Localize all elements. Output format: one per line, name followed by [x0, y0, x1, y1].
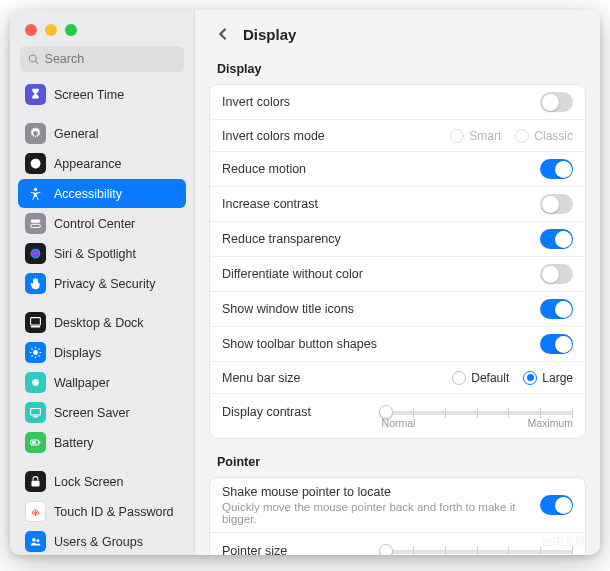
- label: Menu bar size: [222, 371, 452, 385]
- fullscreen-window-button[interactable]: [65, 24, 77, 36]
- search-input[interactable]: [45, 52, 176, 66]
- sidebar-item-label: Battery: [54, 436, 94, 450]
- menu-bar-size-radio: Default Large: [452, 371, 573, 385]
- lock-icon: [25, 471, 46, 492]
- reduce-transparency-switch[interactable]: [540, 229, 573, 249]
- sidebar-item-control-center[interactable]: Control Center: [18, 209, 186, 238]
- svg-rect-13: [32, 441, 36, 443]
- svg-rect-10: [33, 416, 38, 418]
- sidebar-item-label: Screen Time: [54, 88, 124, 102]
- display-panel: Invert colors Invert colors mode Smart C…: [209, 84, 586, 439]
- sublabel: Quickly move the mouse pointer back and …: [222, 501, 540, 525]
- sidebar-item-label: Desktop & Dock: [54, 316, 144, 330]
- show-title-icons-switch[interactable]: [540, 299, 573, 319]
- show-toolbar-shapes-switch[interactable]: [540, 334, 573, 354]
- battery-icon: [25, 432, 46, 453]
- svg-point-15: [32, 538, 36, 542]
- svg-rect-5: [31, 318, 41, 325]
- diff-without-color-switch[interactable]: [540, 264, 573, 284]
- main-content[interactable]: Display Display Invert colors Invert col…: [195, 10, 600, 555]
- sidebar-item-label: Privacy & Security: [54, 277, 155, 291]
- sidebar-item-battery[interactable]: Battery: [18, 428, 186, 457]
- row-show-toolbar-shapes: Show toolbar button shapes: [210, 327, 585, 362]
- label: Differentiate without color: [222, 267, 540, 281]
- sidebar-item-general[interactable]: General: [18, 119, 186, 148]
- pointer-panel: Shake mouse pointer to locate Quickly mo…: [209, 477, 586, 555]
- row-show-title-icons: Show window title icons: [210, 292, 585, 327]
- label: Reduce motion: [222, 162, 540, 176]
- chevron-left-icon: [218, 27, 228, 41]
- invert-colors-switch[interactable]: [540, 92, 573, 112]
- sidebar-item-label: Siri & Spotlight: [54, 247, 136, 261]
- appearance-icon: [25, 153, 46, 174]
- pointer-size-slider[interactable]: [382, 550, 573, 554]
- shake-to-locate-switch[interactable]: [540, 495, 573, 515]
- sidebar-item-label: Control Center: [54, 217, 135, 231]
- radio-smart: Smart: [450, 129, 501, 143]
- sidebar-item-label: Users & Groups: [54, 535, 143, 549]
- screensaver-icon: [25, 402, 46, 423]
- sidebar-item-displays[interactable]: Displays: [18, 338, 186, 367]
- row-reduce-transparency: Reduce transparency: [210, 222, 585, 257]
- control-center-icon: [25, 213, 46, 234]
- label: Increase contrast: [222, 197, 540, 211]
- sidebar-item-label: Touch ID & Password: [54, 505, 174, 519]
- row-display-contrast: Display contrast Normal Maximum: [210, 394, 585, 438]
- row-pointer-size: Pointer size Normal Large: [210, 533, 585, 555]
- siri-icon: [25, 243, 46, 264]
- svg-point-16: [36, 539, 39, 542]
- sidebar-item-wallpaper[interactable]: Wallpaper: [18, 368, 186, 397]
- sidebar: Screen TimeGeneralAppearanceAccessibilit…: [10, 10, 195, 555]
- svg-rect-14: [31, 481, 39, 487]
- label: Shake mouse pointer to locate: [222, 485, 540, 499]
- search-field[interactable]: [20, 46, 184, 72]
- radio-classic: Classic: [515, 129, 573, 143]
- label: Pointer size: [222, 542, 382, 555]
- svg-rect-3: [31, 224, 41, 227]
- back-button[interactable]: [213, 24, 233, 44]
- svg-rect-9: [31, 408, 41, 415]
- hand-icon: [25, 273, 46, 294]
- sidebar-item-label: Appearance: [54, 157, 121, 171]
- sidebar-item-users-groups[interactable]: Users & Groups: [18, 527, 186, 555]
- sidebar-item-screen-time[interactable]: Screen Time: [18, 80, 186, 109]
- page-title: Display: [243, 26, 296, 43]
- display-contrast-slider[interactable]: [382, 411, 573, 415]
- sidebar-item-desktop-dock[interactable]: Desktop & Dock: [18, 308, 186, 337]
- sidebar-item-label: Displays: [54, 346, 101, 360]
- label: Show toolbar button shapes: [222, 337, 540, 351]
- sidebar-item-accessibility[interactable]: Accessibility: [18, 179, 186, 208]
- sidebar-item-screen-saver[interactable]: Screen Saver: [18, 398, 186, 427]
- row-reduce-motion: Reduce motion: [210, 152, 585, 187]
- sidebar-item-privacy-security[interactable]: Privacy & Security: [18, 269, 186, 298]
- settings-window: Screen TimeGeneralAppearanceAccessibilit…: [10, 10, 600, 555]
- sidebar-item-siri-spotlight[interactable]: Siri & Spotlight: [18, 239, 186, 268]
- sidebar-item-label: Lock Screen: [54, 475, 123, 489]
- wallpaper-icon: [25, 372, 46, 393]
- svg-rect-2: [31, 219, 41, 222]
- reduce-motion-switch[interactable]: [540, 159, 573, 179]
- sidebar-item-appearance[interactable]: Appearance: [18, 149, 186, 178]
- radio-default[interactable]: Default: [452, 371, 509, 385]
- sidebar-item-touch-id-password[interactable]: Touch ID & Password: [18, 497, 186, 526]
- users-icon: [25, 531, 46, 552]
- radio-large[interactable]: Large: [523, 371, 573, 385]
- row-diff-without-color: Differentiate without color: [210, 257, 585, 292]
- close-window-button[interactable]: [25, 24, 37, 36]
- increase-contrast-switch[interactable]: [540, 194, 573, 214]
- gear-icon: [25, 123, 46, 144]
- header: Display: [195, 10, 600, 52]
- minimize-window-button[interactable]: [45, 24, 57, 36]
- sidebar-item-label: Accessibility: [54, 187, 122, 201]
- slider-max-label: Maximum: [527, 417, 573, 429]
- sidebar-item-label: General: [54, 127, 98, 141]
- invert-colors-mode-radio: Smart Classic: [450, 129, 573, 143]
- sidebar-item-lock-screen[interactable]: Lock Screen: [18, 467, 186, 496]
- accessibility-icon: [25, 183, 46, 204]
- section-title-display: Display: [195, 52, 600, 80]
- sidebar-item-label: Wallpaper: [54, 376, 110, 390]
- row-shake-to-locate: Shake mouse pointer to locate Quickly mo…: [210, 478, 585, 533]
- display-icon: [25, 342, 46, 363]
- window-controls: [10, 10, 194, 46]
- sidebar-nav: Screen TimeGeneralAppearanceAccessibilit…: [10, 78, 194, 555]
